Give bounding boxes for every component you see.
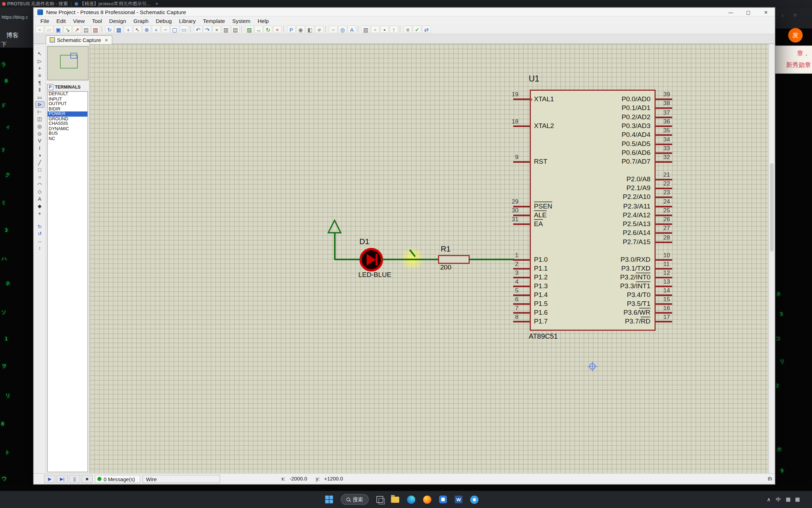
goto-parent-sheet-button[interactable]: ↑ (389, 25, 398, 33)
zoom-all-button[interactable]: ▢ (170, 25, 179, 33)
menu-template[interactable]: Template (199, 18, 228, 24)
terminals-mode-button[interactable]: ⊳ (35, 101, 44, 108)
wire-autorouter-button[interactable]: ~ (329, 25, 338, 33)
pick-parts-button[interactable]: P (287, 25, 296, 33)
overview-minimap[interactable] (47, 46, 89, 80)
2d-line-mode-button[interactable]: ╱ (35, 159, 44, 166)
vertical-scrollbar[interactable] (769, 44, 775, 473)
tray-item-1[interactable]: 中 (776, 496, 781, 503)
remove-sheet-button[interactable]: ▪ (380, 25, 389, 33)
save-project-button[interactable]: ▣ (54, 25, 63, 33)
rotate-anticlockwise-button[interactable]: ↺ (35, 230, 44, 237)
menu-edit[interactable]: Edit (53, 18, 69, 24)
pause-simulation-button[interactable]: || (69, 475, 80, 483)
nav-item-download[interactable]: 下 (1, 41, 7, 48)
word-icon[interactable]: W (455, 496, 462, 503)
mark-output-area-button[interactable]: ▨ (91, 25, 100, 33)
start-button[interactable] (325, 496, 333, 503)
y-mirror-button[interactable]: ↕ (35, 245, 44, 252)
terminal-nc[interactable]: NC (48, 136, 87, 141)
browser-tab-2[interactable]: 【精选】proteus常用元件图示引... (75, 0, 150, 7)
zoom-out-button[interactable]: − (161, 25, 170, 33)
menu-library[interactable]: Library (176, 18, 199, 24)
tape-recorder-mode-button[interactable]: ◎ (35, 123, 44, 129)
terminal-bus[interactable]: BUS (48, 131, 87, 136)
new-tab-button[interactable]: + (154, 0, 160, 7)
file-explorer-icon[interactable] (391, 496, 399, 503)
wire-segment-2[interactable] (382, 259, 439, 260)
menu-system[interactable]: System (229, 18, 254, 24)
step-simulation-button[interactable]: ▶| (56, 475, 68, 483)
electrical-rule-check-button[interactable]: ✓ (413, 25, 422, 33)
voltage-probe-mode-button[interactable]: V (35, 137, 44, 144)
false-origin-button[interactable]: + (124, 25, 133, 33)
publish-button[interactable]: 发 (788, 28, 802, 42)
pick-device-button[interactable]: P (47, 84, 54, 90)
resistor-r1[interactable] (438, 255, 470, 264)
center-at-cursor-button[interactable]: ⊕ (142, 25, 151, 33)
menu-graph[interactable]: Graph (130, 18, 152, 24)
new-root-sheet-button[interactable]: ▫ (371, 25, 380, 33)
new-project-button[interactable]: ▫ (35, 25, 44, 33)
component-mode-button[interactable]: ▷ (35, 58, 44, 64)
selection-mode-button[interactable]: ↖ (35, 50, 44, 57)
property-assignment-button[interactable]: A (347, 25, 356, 33)
tray-item-0[interactable]: ∧ (767, 497, 771, 502)
tray-icon-square[interactable] (786, 497, 791, 502)
power-terminal-icon[interactable] (326, 218, 343, 235)
url-bar[interactable]: https://blog.c (1, 14, 28, 20)
netlist-transfer-button[interactable]: ⇄ (422, 25, 431, 33)
cut-button[interactable]: × (212, 25, 221, 33)
block-move-button[interactable]: ↔ (254, 25, 263, 33)
menu-help[interactable]: Help (254, 18, 272, 24)
decompose-button[interactable]: # (315, 25, 324, 33)
2d-marker-mode-button[interactable]: + (35, 210, 44, 217)
menu-tool[interactable]: Tool (88, 18, 106, 24)
buses-mode-button[interactable]: ‖ (35, 86, 44, 93)
graph-mode-button[interactable]: ◫ (35, 116, 44, 122)
tab-close-icon[interactable]: ✕ (105, 38, 108, 42)
title-bar[interactable]: New Project - Proteus 8 Professional - S… (34, 8, 775, 17)
paste-button[interactable]: ▤ (231, 25, 240, 33)
terminal-chassis[interactable]: CHASSIS (48, 121, 87, 126)
undo-button[interactable]: ↶ (194, 25, 203, 33)
current-probe-mode-button[interactable]: I (35, 145, 44, 151)
virtual-instruments-mode-button[interactable]: ◑ (35, 152, 44, 159)
x-mirror-button[interactable]: ↔ (35, 237, 44, 244)
toggle-grid-button[interactable]: ▦ (115, 25, 123, 33)
subcircuit-mode-button[interactable]: ▭ (35, 94, 44, 101)
redo-button[interactable]: ↷ (203, 25, 212, 33)
media-app-icon[interactable] (470, 495, 479, 504)
edge-browser-icon[interactable] (407, 495, 416, 504)
redraw-button[interactable]: ↻ (105, 25, 114, 33)
menu-debug[interactable]: Debug (152, 18, 176, 24)
stop-simulation-button[interactable]: ■ (81, 475, 93, 483)
tab-schematic-capture[interactable]: Schematic Capture ✕ (45, 35, 112, 44)
download-icon[interactable]: ↓ (781, 12, 784, 18)
terminal-default[interactable]: DEFAULT (48, 92, 87, 97)
wire-label-mode-button[interactable]: ≡ (35, 72, 44, 79)
run-simulation-button[interactable]: ▶ (44, 475, 55, 483)
cursor-snap-button[interactable]: ↖ (133, 25, 142, 33)
import-section-button[interactable]: ↘ (63, 25, 72, 33)
block-copy-button[interactable]: ▨ (245, 25, 254, 33)
print-button[interactable]: ▤ (82, 25, 91, 33)
2d-circle-mode-button[interactable]: ○ (35, 174, 44, 180)
scrollbar-thumb[interactable] (770, 163, 774, 252)
make-device-button[interactable]: ◉ (296, 25, 305, 33)
menu-view[interactable]: View (69, 18, 88, 24)
block-delete-button[interactable]: × (273, 25, 282, 33)
open-project-button[interactable]: ▱ (44, 25, 53, 33)
led-d1[interactable] (358, 247, 384, 272)
menu-design[interactable]: Design (106, 18, 130, 24)
copy-button[interactable]: ▥ (222, 25, 230, 33)
zoom-in-button[interactable]: + (152, 25, 161, 33)
blue-app-icon[interactable] (439, 496, 447, 503)
2d-box-mode-button[interactable]: □ (35, 167, 44, 173)
bill-of-materials-button[interactable]: ≡ (404, 25, 412, 33)
menu-file[interactable]: File (37, 18, 53, 24)
zoom-area-button[interactable]: ▭ (180, 25, 189, 33)
terminal-output[interactable]: OUTPUT (48, 102, 87, 107)
text-script-mode-button[interactable]: ¶ (35, 79, 44, 86)
search-and-tag-button[interactable]: ◎ (338, 25, 347, 33)
